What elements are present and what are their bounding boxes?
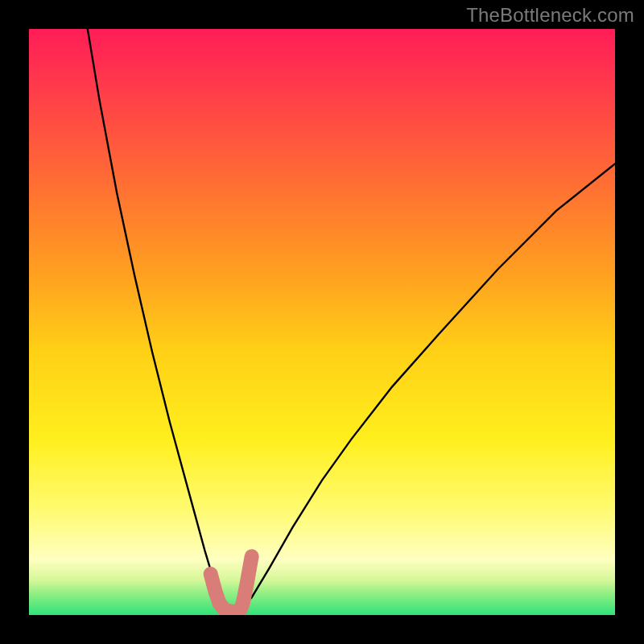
- chart-svg: [29, 29, 615, 615]
- watermark-text: TheBottleneck.com: [466, 4, 634, 27]
- chart-frame: TheBottleneck.com: [0, 0, 644, 644]
- gradient-background: [29, 29, 615, 615]
- plot-area: [29, 29, 615, 615]
